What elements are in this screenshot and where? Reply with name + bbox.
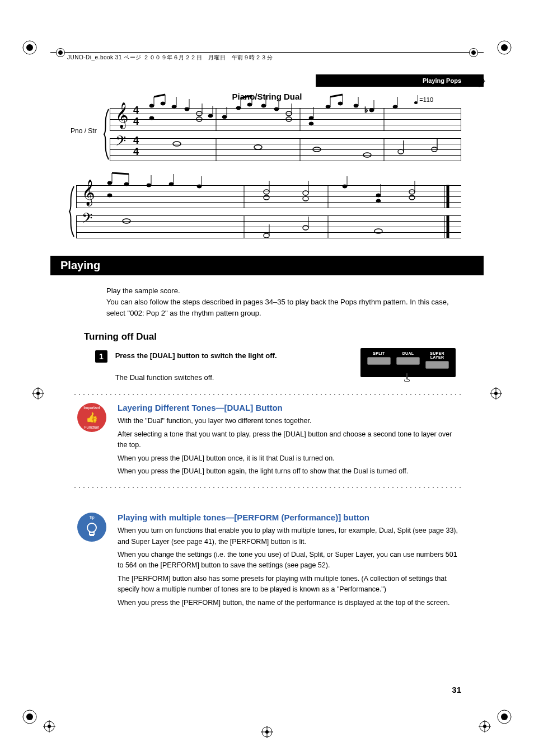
perform-p3: The [PERFORM] button also has some prese… <box>118 574 461 595</box>
register-corner-tl <box>21 39 38 56</box>
register-mark-bm <box>260 725 274 739</box>
svg-point-123 <box>409 195 415 200</box>
important-function-badge: Important 👍 Function <box>77 403 106 432</box>
playing-line1: Play the sample score. <box>106 285 461 297</box>
panel-btn-dual-cap <box>396 357 420 365</box>
svg-point-48 <box>196 111 202 116</box>
panel-btn-superlayer-label: SUPER LAYER <box>425 351 449 359</box>
register-corner-bl <box>21 708 38 725</box>
pointing-finger-icon <box>401 372 412 383</box>
svg-point-19 <box>494 392 498 395</box>
svg-text:♭: ♭ <box>364 105 368 114</box>
perform-title: Playing with multiple tones—[PERFORM (Pe… <box>118 513 461 522</box>
svg-point-53 <box>222 115 227 119</box>
callout-layering: Important 👍 Function Layering Different … <box>73 403 461 477</box>
svg-point-5 <box>26 713 33 720</box>
score-title: Piano/String Dual <box>73 92 461 101</box>
svg-point-7 <box>501 713 508 720</box>
score-system-1: Pno / Str 𝄞 4 4 <box>73 104 461 165</box>
bass-staff-2: 𝄢 <box>76 215 461 238</box>
step-1-bold: Press the [DUAL] button to switch the li… <box>115 351 277 360</box>
step-number-1: 1 <box>95 350 107 363</box>
svg-text:𝄞: 𝄞 <box>82 180 95 206</box>
book-header-text: JUNO-Di_e.book 31 ページ ２００９年６月２２日 月曜日 午前９… <box>67 54 273 62</box>
register-mark-bl <box>42 719 57 734</box>
svg-text:𝄢: 𝄢 <box>115 133 126 152</box>
perform-p1: When you turn on functions that enable y… <box>118 525 461 547</box>
svg-point-80 <box>393 105 397 109</box>
svg-point-131 <box>264 233 269 238</box>
layering-p3: When you press the [DUAL] button once, i… <box>118 453 461 464</box>
svg-point-75 <box>354 104 358 107</box>
svg-rect-126 <box>447 185 449 208</box>
layering-p4: When you press the [DUAL] button again, … <box>118 466 461 477</box>
svg-point-90 <box>313 147 321 152</box>
svg-point-27 <box>483 725 486 728</box>
bass-notes-2: 𝄢 <box>99 209 484 242</box>
register-mark-ml <box>31 386 45 401</box>
svg-text:4: 4 <box>133 116 139 127</box>
register-corner-tr <box>496 39 513 56</box>
tip-badge: Tip <box>77 513 106 542</box>
svg-point-72 <box>338 102 343 105</box>
svg-point-70 <box>326 105 330 109</box>
svg-point-109 <box>197 185 202 188</box>
svg-point-114 <box>303 191 308 195</box>
instrument-label: Pno / Str <box>71 127 97 135</box>
panel-btn-split-label: SPLIT <box>367 351 391 355</box>
score-system-2: 𝄞 <box>73 181 461 242</box>
svg-rect-139 <box>90 532 94 534</box>
step-1-row: 1 Press the [DUAL] button to switch the … <box>95 350 461 384</box>
panel-btn-split-cap <box>367 357 391 365</box>
svg-point-39 <box>149 104 154 107</box>
svg-point-99 <box>107 194 112 197</box>
svg-point-60 <box>261 104 266 107</box>
svg-point-88 <box>173 142 181 146</box>
treble-staff-2: 𝄞 <box>76 185 461 208</box>
svg-point-64 <box>286 111 292 116</box>
badge-important-bottom: Function <box>77 425 106 429</box>
callout-perform: Tip Playing with multiple tones—[PERFORM… <box>73 513 461 608</box>
svg-point-94 <box>432 147 437 152</box>
svg-point-1 <box>26 44 33 51</box>
svg-point-89 <box>254 145 262 149</box>
layering-p1: With the "Dual" function, you layer two … <box>118 416 461 426</box>
svg-point-65 <box>286 117 292 121</box>
panel-illustration: SPLIT DUAL SUPER LAYER <box>360 348 456 377</box>
svg-point-112 <box>264 195 269 200</box>
svg-point-46 <box>185 107 189 111</box>
svg-point-62 <box>274 107 279 111</box>
svg-text:4: 4 <box>133 105 139 116</box>
page-number: 31 <box>452 685 461 694</box>
grand-staff-brace <box>102 108 107 161</box>
svg-point-107 <box>169 182 174 186</box>
svg-point-135 <box>374 229 382 233</box>
dotted-separator-1 <box>73 394 461 395</box>
svg-point-38 <box>149 116 154 120</box>
step-1-text: Press the [DUAL] button to switch the li… <box>115 350 328 383</box>
svg-text:4: 4 <box>133 146 139 157</box>
svg-line-104 <box>112 173 129 174</box>
svg-point-119 <box>376 194 381 197</box>
perform-p4: When you press the [PERFORM] button, the… <box>118 598 461 608</box>
playing-body: Play the sample score. You can also foll… <box>106 285 461 319</box>
svg-point-91 <box>363 153 371 157</box>
section-topbar: Playing Pops <box>50 74 484 87</box>
svg-point-120 <box>376 199 381 203</box>
svg-point-105 <box>147 184 151 187</box>
section-topbar-label: Playing Pops <box>316 74 484 87</box>
binder-ring-left <box>56 48 65 57</box>
svg-point-130 <box>123 219 130 223</box>
subheading-turning-off: Turning off Dual <box>84 331 461 342</box>
svg-point-78 <box>369 109 374 112</box>
thumbs-up-icon: 👍 <box>77 411 106 424</box>
svg-point-44 <box>172 105 176 109</box>
content-area: Piano/String Dual =110 Pno / Str 𝄞 4 4 <box>73 90 461 611</box>
section-heading-playing: Playing <box>50 256 484 275</box>
header-rule <box>50 52 484 53</box>
layering-title: Layering Different Tones—[DUAL] Button <box>118 403 461 412</box>
treble-staff-1: 𝄞 4 4 <box>110 108 461 130</box>
perform-p2: When you change the settings (i.e. the t… <box>118 550 461 571</box>
svg-point-138 <box>87 523 96 532</box>
grand-staff-brace-2 <box>67 185 73 238</box>
